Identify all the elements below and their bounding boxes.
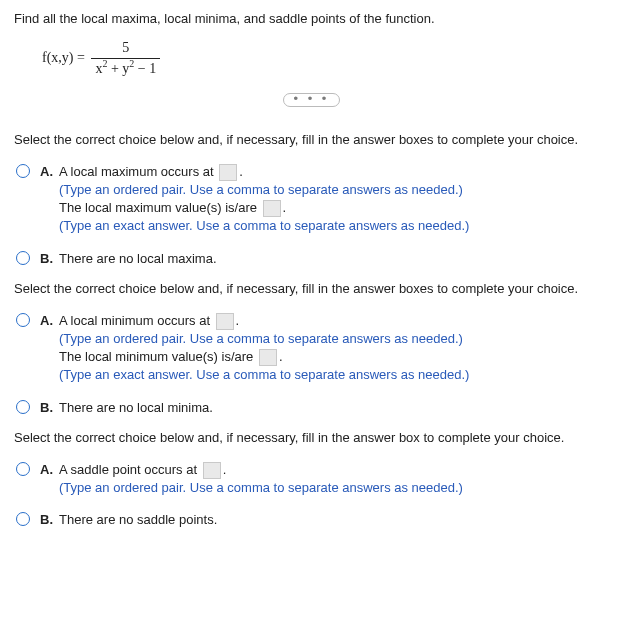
option-max-b[interactable]: B. There are no local maxima. — [16, 250, 609, 268]
body-max-b: There are no local maxima. — [59, 250, 609, 268]
body-min-a: A local minimum occurs at . (Type an ord… — [59, 312, 609, 385]
body-saddle-b: There are no saddle points. — [59, 511, 609, 529]
separator-dots: • • • — [283, 93, 341, 107]
min-a-line2-post: . — [279, 349, 283, 364]
label-saddle-a: A. — [40, 461, 53, 479]
saddle-a-line1-post: . — [223, 462, 227, 477]
option-max-a[interactable]: A. A local maximum occurs at . (Type an … — [16, 163, 609, 236]
function-formula: f(x,y) = 5 x2 + y2 − 1 — [42, 38, 609, 78]
label-max-a: A. — [40, 163, 53, 181]
label-min-a: A. — [40, 312, 53, 330]
max-a-line2-post: . — [283, 200, 287, 215]
body-saddle-a: A saddle point occurs at . (Type an orde… — [59, 461, 609, 497]
instr-saddle: Select the correct choice below and, if … — [14, 429, 609, 447]
section-saddle: Select the correct choice below and, if … — [14, 429, 609, 530]
max-a-line1-pre: A local maximum occurs at — [59, 164, 217, 179]
input-saddle-point[interactable] — [203, 462, 221, 479]
input-min-value[interactable] — [259, 349, 277, 366]
radio-saddle-b[interactable] — [16, 512, 30, 526]
saddle-a-line1-pre: A saddle point occurs at — [59, 462, 201, 477]
max-a-hint2: (Type an exact answer. Use a comma to se… — [59, 218, 469, 233]
den-minus-one: − 1 — [134, 61, 156, 76]
problem-title: Find all the local maxima, local minima,… — [14, 10, 609, 28]
body-max-a: A local maximum occurs at . (Type an ord… — [59, 163, 609, 236]
radio-min-b[interactable] — [16, 400, 30, 414]
numerator: 5 — [91, 38, 160, 59]
label-min-b: B. — [40, 399, 53, 417]
option-min-a[interactable]: A. A local minimum occurs at . (Type an … — [16, 312, 609, 385]
label-max-b: B. — [40, 250, 53, 268]
max-a-line1-post: . — [239, 164, 243, 179]
saddle-a-hint1: (Type an ordered pair. Use a comma to se… — [59, 480, 463, 495]
option-min-b[interactable]: B. There are no local minima. — [16, 399, 609, 417]
radio-min-a[interactable] — [16, 313, 30, 327]
option-saddle-a[interactable]: A. A saddle point occurs at . (Type an o… — [16, 461, 609, 497]
section-maxima: Select the correct choice below and, if … — [14, 131, 609, 268]
min-a-line2-pre: The local minimum value(s) is/are — [59, 349, 257, 364]
max-a-hint1: (Type an ordered pair. Use a comma to se… — [59, 182, 463, 197]
input-min-point[interactable] — [216, 313, 234, 330]
content-separator: • • • — [14, 90, 609, 108]
radio-saddle-a[interactable] — [16, 462, 30, 476]
instr-min: Select the correct choice below and, if … — [14, 280, 609, 298]
den-plus: + — [107, 61, 122, 76]
section-minima: Select the correct choice below and, if … — [14, 280, 609, 417]
body-min-b: There are no local minima. — [59, 399, 609, 417]
label-saddle-b: B. — [40, 511, 53, 529]
input-max-point[interactable] — [219, 164, 237, 181]
denominator: x2 + y2 − 1 — [91, 59, 160, 79]
function-left: f(x,y) = — [42, 48, 85, 68]
min-a-line1-post: . — [236, 313, 240, 328]
max-a-line2-pre: The local maximum value(s) is/are — [59, 200, 261, 215]
min-a-hint2: (Type an exact answer. Use a comma to se… — [59, 367, 469, 382]
option-saddle-b[interactable]: B. There are no saddle points. — [16, 511, 609, 529]
instr-max: Select the correct choice below and, if … — [14, 131, 609, 149]
min-a-hint1: (Type an ordered pair. Use a comma to se… — [59, 331, 463, 346]
fraction: 5 x2 + y2 − 1 — [91, 38, 160, 78]
min-a-line1-pre: A local minimum occurs at — [59, 313, 214, 328]
input-max-value[interactable] — [263, 200, 281, 217]
radio-max-b[interactable] — [16, 251, 30, 265]
radio-max-a[interactable] — [16, 164, 30, 178]
